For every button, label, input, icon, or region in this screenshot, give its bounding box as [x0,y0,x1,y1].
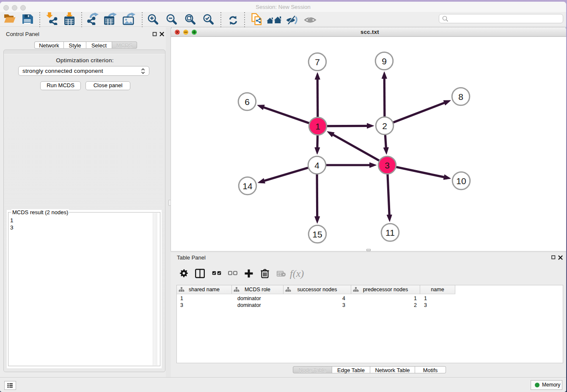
svg-text:6: 6 [245,97,250,107]
svg-text:8: 8 [458,92,463,102]
svg-text:3: 3 [385,160,390,170]
svg-text:2: 2 [382,121,387,131]
svg-text:11: 11 [385,228,395,237]
svg-text:7: 7 [315,57,320,67]
svg-text:15: 15 [312,229,322,239]
svg-text:1: 1 [315,121,320,131]
svg-text:4: 4 [314,160,319,170]
svg-text:14: 14 [242,181,253,191]
svg-text:10: 10 [456,176,466,186]
svg-text:9: 9 [382,56,387,66]
